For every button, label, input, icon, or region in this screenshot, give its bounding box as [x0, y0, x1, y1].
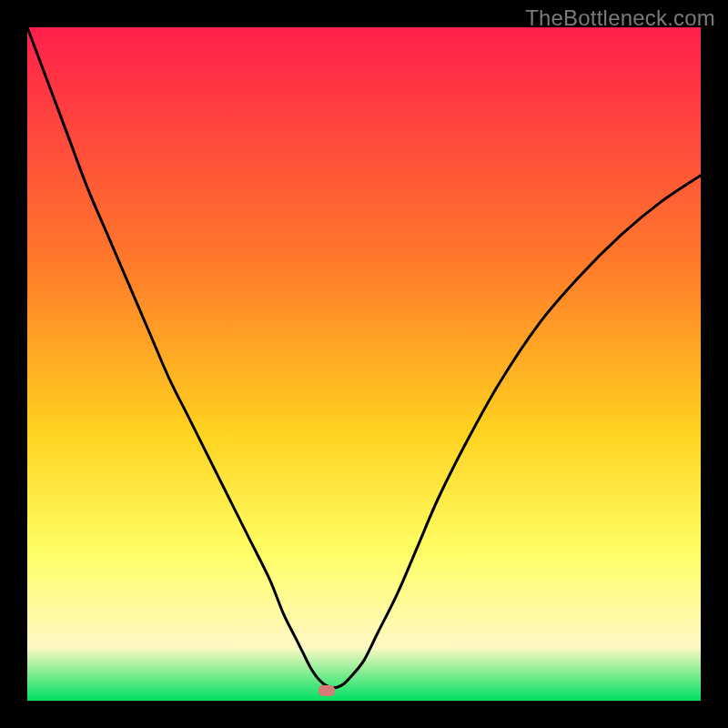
- bottleneck-chart: [27, 27, 701, 701]
- optimum-marker: [318, 685, 335, 696]
- chart-frame: TheBottleneck.com: [0, 0, 728, 728]
- gradient-background: [27, 27, 701, 701]
